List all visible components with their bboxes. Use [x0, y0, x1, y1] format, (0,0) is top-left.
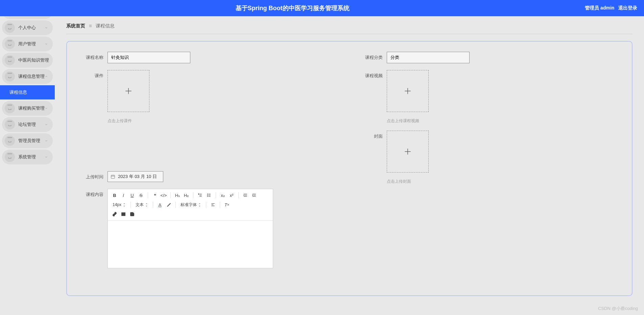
svg-marker-29: [199, 203, 200, 204]
svg-point-16: [207, 194, 208, 194]
form-right-column: 课程分类 课程视频 点击上传课程视频 封面: [356, 52, 622, 275]
cover-label: 封面: [356, 131, 387, 184]
plus-icon: [403, 147, 412, 156]
video-hint: 点击上传课程视频: [387, 118, 622, 124]
background-color-button[interactable]: [165, 201, 173, 209]
rich-text-editor: B I U S ❝ </> H₁ H₂ 1: [108, 189, 273, 268]
logout-link[interactable]: 退出登录: [618, 5, 637, 10]
breadcrumb-home[interactable]: 系统首页: [66, 23, 85, 29]
cover-upload[interactable]: [387, 131, 429, 173]
menu-label: 课程购买管理: [18, 105, 45, 111]
category-label: 课程分类: [356, 52, 387, 63]
italic-button[interactable]: I: [119, 191, 127, 199]
plus-icon: [403, 87, 412, 95]
quote-button[interactable]: ❝: [151, 191, 159, 199]
font-size-select[interactable]: 14px: [111, 201, 128, 209]
sidebar-item-profile[interactable]: 个人中心: [2, 20, 53, 35]
separator: [238, 192, 239, 198]
menu-label: 个人中心: [18, 25, 36, 31]
calendar-icon: [111, 174, 115, 179]
menu-label: 课程信息管理: [18, 73, 45, 80]
sidebar-item-users[interactable]: 用户管理: [2, 37, 53, 51]
editor-toolbar: B I U S ❝ </> H₁ H₂ 1: [108, 189, 273, 221]
svg-point-35: [122, 213, 123, 214]
separator: [130, 202, 131, 208]
bold-button[interactable]: B: [111, 191, 119, 199]
svg-text:1: 1: [198, 194, 199, 195]
svg-marker-30: [199, 206, 200, 206]
menu-icon: [5, 103, 15, 113]
unordered-list-button[interactable]: [205, 191, 213, 199]
menu-label: 用户管理: [18, 41, 36, 47]
ordered-list-button[interactable]: 1: [196, 191, 204, 199]
svg-point-18: [207, 196, 208, 197]
submenu-label: 课程信息: [9, 89, 27, 95]
code-button[interactable]: </>: [160, 191, 168, 199]
separator: [148, 192, 148, 198]
chevron-down-icon: [45, 25, 48, 30]
sidebar-item-forum[interactable]: 论坛管理: [2, 117, 53, 132]
sidebar-item-knowledge[interactable]: 中医药知识管理: [2, 53, 53, 68]
menu-icon: [5, 39, 15, 49]
chevron-up-icon: [45, 74, 48, 79]
underline-button[interactable]: U: [128, 191, 136, 199]
course-name-input[interactable]: [108, 52, 190, 63]
courseware-hint: 点击上传课件: [108, 118, 343, 124]
superscript-button[interactable]: x²: [228, 191, 236, 199]
font-color-button[interactable]: A: [156, 201, 164, 209]
link-button[interactable]: [111, 210, 119, 218]
cover-hint: 点击上传封面: [387, 179, 622, 184]
save-button[interactable]: [128, 210, 136, 218]
indent-button[interactable]: [250, 191, 258, 199]
menu-icon: [5, 152, 15, 162]
subscript-button[interactable]: x₂: [219, 191, 227, 199]
upload-time-input[interactable]: 2023 年 03 月 10 日: [108, 171, 163, 182]
video-upload[interactable]: [387, 70, 429, 112]
user-label[interactable]: 管理员 admin: [585, 5, 614, 10]
sidebar-item-purchase[interactable]: 课程购买管理: [2, 101, 53, 116]
main-content: 系统首页 课程信息 课程名称 课件 点: [55, 16, 644, 315]
menu-label: 系统管理: [18, 154, 36, 160]
courseware-upload[interactable]: [108, 70, 149, 112]
watermark: CSDN @小蔡coding: [598, 306, 638, 312]
submenu-item-course-info[interactable]: 课程信息: [0, 85, 55, 99]
menu-icon: [5, 119, 15, 130]
editor-content-area[interactable]: [108, 221, 273, 268]
clear-format-button[interactable]: T×: [223, 201, 231, 209]
text-type-select[interactable]: 文本: [134, 201, 150, 209]
chevron-down-icon: [45, 155, 48, 160]
date-value: 2023 年 03 月 10 日: [118, 174, 157, 180]
upload-time-label: 上传时间: [77, 171, 108, 182]
separator: [220, 202, 220, 208]
svg-rect-5: [111, 175, 115, 178]
separator: [153, 202, 153, 208]
outdent-button[interactable]: [241, 191, 249, 199]
sidebar-item-system[interactable]: 系统管理: [2, 150, 53, 164]
sidebar: 系统首页 个人中心 用户管理 中医药知识管理 课程信息管理 课程信息 课程购买管…: [0, 0, 55, 315]
form-panel: 课程名称 课件 点击上传课件 上传时间: [66, 41, 633, 296]
menu-icon: [5, 23, 15, 33]
category-input[interactable]: [387, 52, 470, 63]
sidebar-item-course-info[interactable]: 课程信息管理: [2, 69, 53, 84]
strikethrough-button[interactable]: S: [137, 191, 145, 199]
form-left-column: 课程名称 课件 点击上传课件 上传时间: [77, 52, 343, 275]
align-button[interactable]: [209, 201, 217, 209]
h2-button[interactable]: H₂: [182, 191, 190, 199]
courseware-label: 课件: [77, 70, 108, 124]
font-family-select[interactable]: 标准字体: [178, 201, 203, 209]
breadcrumb-current: 课程信息: [96, 23, 115, 29]
plus-icon: [124, 87, 133, 95]
separator: [170, 192, 171, 198]
h1-button[interactable]: H₁: [173, 191, 182, 199]
content-label: 课程内容: [77, 189, 108, 268]
separator: [206, 202, 206, 208]
sidebar-item-admin[interactable]: 管理员管理: [2, 133, 53, 148]
separator: [193, 192, 193, 198]
chevron-down-icon: [45, 106, 48, 111]
video-label: 课程视频: [356, 70, 387, 124]
course-name-label: 课程名称: [77, 52, 108, 63]
svg-marker-28: [146, 206, 147, 206]
image-button[interactable]: [119, 210, 127, 218]
header-user-area: 管理员 admin 退出登录: [585, 5, 644, 11]
menu-icon: [5, 136, 15, 146]
